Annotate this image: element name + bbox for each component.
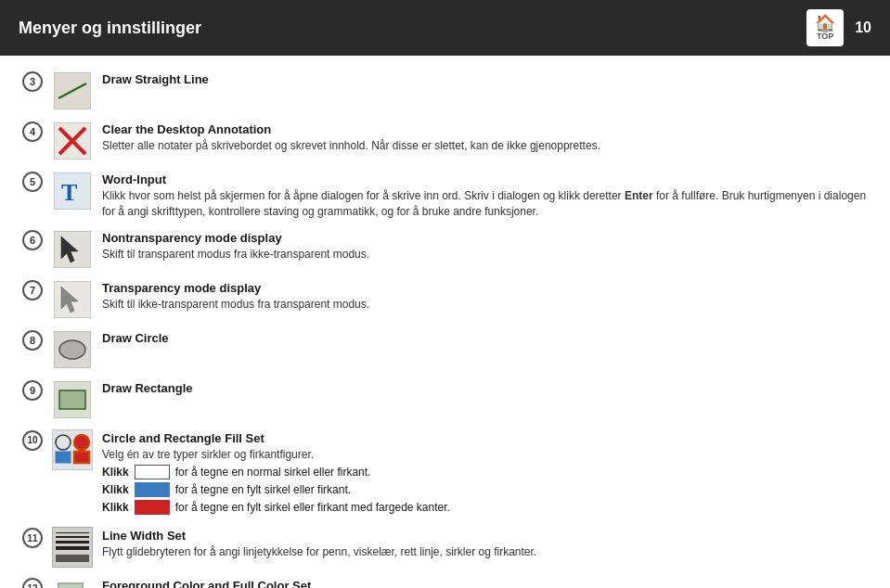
item-icon-9	[52, 379, 93, 420]
klikk-label-1: Klikk	[102, 466, 129, 479]
item-row-3: 3 Draw Straight Line	[22, 70, 868, 111]
item-title-8: Draw Circle	[102, 331, 868, 345]
item-number-10: 10	[22, 430, 43, 451]
fill-outline-box	[135, 465, 170, 479]
item-row-12: 12 Foreground Color and Full Color Set V…	[22, 577, 868, 588]
lw-slider	[56, 555, 89, 562]
item-icon-6	[52, 229, 93, 270]
item-icon-8	[52, 329, 93, 370]
fill-outline-label: for å tegne en normal sirkel eller firka…	[175, 466, 371, 479]
word-input-icon: T	[54, 173, 91, 210]
fill-row-1: Klikk for å tegne en normal sirkel eller…	[102, 465, 868, 479]
item-title-12: Foreground Color and Full Color Set	[102, 579, 868, 588]
item-text-8: Draw Circle	[102, 329, 868, 347]
top-icon[interactable]: 🏠 TOP	[806, 9, 844, 46]
draw-circle-icon	[54, 331, 91, 368]
item-text-4: Clear the Desktop Annotation Sletter all…	[102, 121, 868, 154]
item-title-11: Line Width Set	[102, 529, 868, 543]
item-title-4: Clear the Desktop Annotation	[102, 122, 868, 136]
item-number-12: 12	[22, 578, 43, 588]
item-desc-11: Flytt glidebryteren for å angi linjetykk…	[102, 544, 868, 560]
item-text-7: Transparency mode display Skift til ikke…	[102, 279, 868, 313]
item-icon-10	[52, 429, 93, 470]
item-title-10: Circle and Rectangle Fill Set	[102, 431, 868, 445]
main-content: 3 Draw Straight Line 4 Clear the Desktop…	[0, 56, 890, 588]
item-row-6: 6 Nontransparency mode display Skift til…	[22, 229, 868, 270]
fill-colored-label: for å tegne en fylt sirkel eller firkant…	[175, 501, 450, 514]
svg-rect-19	[74, 452, 89, 463]
lw-line-3	[56, 541, 89, 543]
item-number-7: 7	[22, 280, 43, 300]
item-row-10: 10 Circle and Rectangle Fill Set Velg én…	[22, 429, 868, 518]
lw-line-4	[56, 546, 89, 550]
item-number-5: 5	[22, 172, 43, 192]
item-icon-7	[52, 279, 93, 320]
page-number: 10	[855, 19, 871, 36]
fill-solid-label: for å tegne en fylt sirkel eller firkant…	[175, 483, 351, 496]
house-icon: 🏠	[815, 15, 835, 32]
page-header: Menyer og innstillinger 🏠 TOP 10	[0, 0, 890, 56]
item-text-5: Word-Input Klikk hvor som helst på skjer…	[102, 171, 868, 220]
svg-point-18	[74, 435, 89, 450]
straight-line-icon	[54, 72, 91, 109]
page-title: Menyer og innstillinger	[19, 19, 201, 38]
item-row-5: 5 T Word-Input Klikk hvor som helst på s…	[22, 171, 868, 220]
item-number-8: 8	[22, 330, 43, 351]
item-row-9: 9 Draw Rectangle	[22, 379, 868, 420]
klikk-label-3: Klikk	[102, 501, 129, 514]
draw-rectangle-icon	[54, 381, 91, 418]
item-icon-3	[52, 70, 93, 111]
item-row-7: 7 Transparency mode display Skift til ik…	[22, 279, 868, 320]
item-row-4: 4 Clear the Desktop Annotation Sletter a…	[22, 121, 868, 161]
item-title-7: Transparency mode display	[102, 281, 868, 295]
item-number-3: 3	[22, 71, 43, 92]
item-row-8: 8 Draw Circle	[22, 329, 868, 370]
item-number-9: 9	[22, 380, 43, 401]
item-text-3: Draw Straight Line	[102, 70, 868, 88]
item-desc-7: Skift til ikke-transparent modus fra tra…	[102, 297, 868, 313]
item-title-6: Nontransparency mode display	[102, 231, 868, 245]
fill-colored-box	[135, 500, 170, 515]
svg-text:T: T	[61, 179, 77, 206]
lw-line-1	[56, 532, 89, 533]
item-text-10: Circle and Rectangle Fill Set Velg én av…	[102, 429, 868, 518]
header-right: 🏠 TOP 10	[806, 9, 871, 46]
item-text-6: Nontransparency mode display Skift til t…	[102, 229, 868, 262]
fill-row-3: Klikk for å tegne en fylt sirkel eller f…	[102, 500, 868, 515]
line-width-icon	[52, 527, 93, 568]
item-desc-6: Skift til transparent modus fra ikke-tra…	[102, 247, 868, 262]
svg-rect-17	[56, 452, 71, 463]
fg-color-icon	[52, 577, 93, 588]
item-number-6: 6	[22, 230, 43, 250]
svg-point-12	[59, 340, 85, 359]
lw-line-2	[56, 536, 89, 538]
item-text-11: Line Width Set Flytt glidebryteren for å…	[102, 527, 868, 560]
item-text-9: Draw Rectangle	[102, 379, 868, 397]
svg-rect-14	[59, 390, 85, 409]
item-icon-11	[52, 527, 93, 568]
item-desc-5: Klikk hvor som helst på skjermen for å å…	[102, 188, 868, 220]
item-icon-4	[52, 121, 93, 161]
item-icon-12	[52, 577, 93, 588]
item-row-11: 11 Line Width Set Flytt glidebryteren fo…	[22, 527, 868, 568]
klikk-label-2: Klikk	[102, 483, 129, 496]
fill-solid-box	[135, 482, 170, 497]
fill-set-icon	[52, 429, 93, 470]
transparent-icon	[54, 281, 91, 318]
item-desc-4: Sletter alle notater på skrivebordet og …	[102, 138, 868, 154]
item-number-11: 11	[22, 528, 43, 548]
item-text-12: Foreground Color and Full Color Set Velg…	[102, 577, 868, 588]
nontransparent-icon	[54, 231, 91, 268]
fill-row-2: Klikk for å tegne en fylt sirkel eller f…	[102, 482, 868, 497]
clear-annotation-icon	[54, 122, 91, 160]
fg-back-square	[58, 582, 84, 588]
item-title-9: Draw Rectangle	[102, 381, 868, 395]
item-icon-5: T	[52, 171, 93, 211]
item-title-3: Draw Straight Line	[102, 72, 868, 86]
item-desc-10: Velg én av tre typer sirkler og firkantf…	[102, 447, 868, 463]
item-number-4: 4	[22, 121, 43, 142]
item-title-5: Word-Input	[102, 173, 868, 186]
